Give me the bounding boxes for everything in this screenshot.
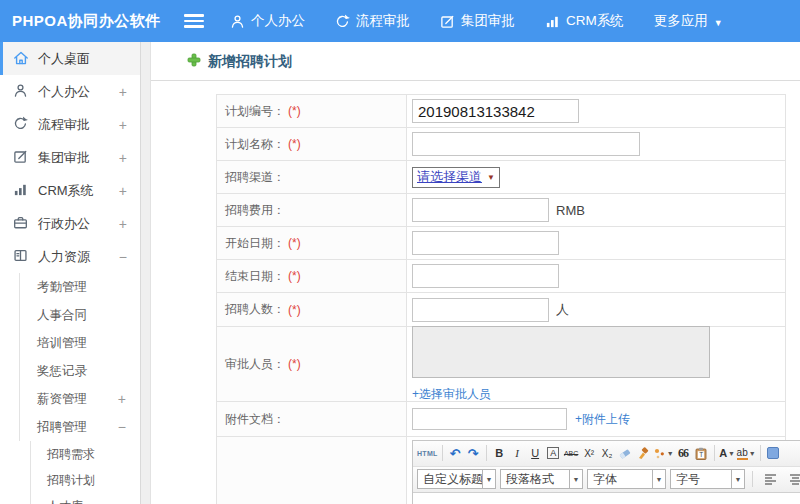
expand-toggle[interactable]: + <box>119 184 127 198</box>
sidebar-item-label: 行政办公 <box>38 215 90 233</box>
expand-toggle[interactable]: + <box>119 118 127 132</box>
sidebar-item-crm-system[interactable]: CRM系统+ <box>0 174 140 207</box>
editor-font-border-button[interactable]: A <box>545 444 562 463</box>
editor-blockquote-button[interactable]: 66 <box>675 444 692 463</box>
sidebar-item-label: 人才库 <box>47 498 83 504</box>
form-row-plan-name: 计划名称：(*) <box>217 128 785 161</box>
editor-paste-text-button[interactable]: T <box>693 444 710 463</box>
page-title-bar: 新增招聘计划 <box>151 42 800 81</box>
expand-toggle[interactable]: − <box>118 420 126 434</box>
recruit-channel-select[interactable]: 请选择渠道▼ <box>412 167 500 188</box>
sidebar-item-group-approval[interactable]: 集团审批+ <box>0 141 140 174</box>
nav-item-workflow-approval[interactable]: 流程审批 <box>335 12 410 30</box>
form-row-recruit-channel: 招聘渠道：请选择渠道▼ <box>217 161 785 194</box>
toolbar-separator <box>486 445 487 461</box>
editor-content-area[interactable] <box>413 493 800 504</box>
expand-toggle[interactable]: − <box>119 250 127 264</box>
attachment-input[interactable] <box>412 408 567 430</box>
sidebar-item-talent-pool[interactable]: 人才库 <box>30 493 140 504</box>
form-value-start-date <box>407 227 785 259</box>
sidebar-item-workflow-approval[interactable]: 流程审批+ <box>0 108 140 141</box>
select-approvers-link[interactable]: +选择审批人员 <box>412 386 491 403</box>
editor-align-left-button[interactable] <box>760 470 781 489</box>
editor-auto-typeset-button[interactable]: ▼ <box>653 444 674 463</box>
form-value-approvers: +选择审批人员 <box>407 327 785 401</box>
sidebar-item-label: 人力资源 <box>38 248 90 266</box>
form-value-recruit-channel: 请选择渠道▼ <box>407 161 785 193</box>
caret-down-icon: ▼ <box>653 469 666 489</box>
form-label-attachment: 附件文档： <box>217 402 407 436</box>
plan-number-input[interactable] <box>412 99 579 123</box>
toolbar-separator <box>760 445 761 461</box>
expand-toggle[interactable]: + <box>119 217 127 231</box>
nav-item-crm-system[interactable]: CRM系统 <box>545 12 624 30</box>
sidebar-item-training-mgmt[interactable]: 培训管理 <box>19 329 140 357</box>
sidebar-item-attendance-mgmt[interactable]: 考勤管理 <box>19 273 140 301</box>
form-label-text: 招聘渠道： <box>225 169 285 186</box>
form-label-plan-number: 计划编号：(*) <box>217 95 407 127</box>
sidebar-item-reward-punishment[interactable]: 奖惩记录 <box>19 357 140 385</box>
user-icon <box>230 14 245 29</box>
caret-down-icon: ▼ <box>487 173 495 182</box>
editor-dropdown-0[interactable]: 自定义标题▼ <box>417 469 496 489</box>
end-date-input[interactable] <box>412 264 559 288</box>
nav-item-label: 流程审批 <box>356 12 410 30</box>
expand-toggle[interactable]: + <box>119 85 127 99</box>
hamburger-menu-icon[interactable] <box>184 14 204 28</box>
unit-label: RMB <box>556 203 585 218</box>
sidebar-item-human-resources[interactable]: 人力资源− <box>0 240 140 273</box>
sidebar-item-recruit-demand[interactable]: 招聘需求 <box>30 441 140 467</box>
sidebar-item-hr-contract[interactable]: 人事合同 <box>19 301 140 329</box>
form-label-text: 结束日期： <box>225 268 285 285</box>
editor-redo-button[interactable]: ↷ <box>465 444 482 463</box>
start-date-input[interactable] <box>412 231 559 255</box>
editor-highlight-color-button[interactable]: ab▼ <box>737 444 756 463</box>
sidebar-item-recruit-mgmt[interactable]: 招聘管理− <box>19 413 140 441</box>
dropdown-value: 字号 <box>670 469 732 489</box>
editor-dropdown-1[interactable]: 段落格式▼ <box>500 469 583 489</box>
sidebar-item-label: 流程审批 <box>38 116 90 134</box>
editor-align-center-button[interactable] <box>785 470 800 489</box>
editor-dropdown-3[interactable]: 字号▼ <box>670 469 745 489</box>
editor-strikethrough-button[interactable]: ABC <box>563 444 580 463</box>
sidebar-item-recruit-plan[interactable]: 招聘计划 <box>30 467 140 493</box>
sidebar-item-admin-office[interactable]: 行政办公+ <box>0 207 140 240</box>
nav-item-personal-office[interactable]: 个人办公 <box>230 12 305 30</box>
editor-undo-button[interactable]: ↶ <box>447 444 464 463</box>
editor-superscript-button[interactable]: X² <box>581 444 598 463</box>
plan-name-input[interactable] <box>412 132 640 156</box>
sidebar-item-salary-mgmt[interactable]: 薪资管理+ <box>19 385 140 413</box>
editor-image-button[interactable] <box>765 444 782 463</box>
sidebar-item-personal-desktop[interactable]: 个人桌面 <box>0 42 140 75</box>
expand-toggle[interactable]: + <box>118 392 126 406</box>
edit-icon <box>440 14 455 29</box>
nav-item-more-apps[interactable]: 更多应用▼ <box>654 12 723 30</box>
recruit-plan-form: 计划编号：(*)计划名称：(*)招聘渠道：请选择渠道▼招聘费用：RMB开始日期：… <box>216 94 786 504</box>
editor-bold-button[interactable]: B <box>491 444 508 463</box>
form-row-content-editor: HTML↶↷BIUAABCX²X₂▼66TA▼ab▼自定义标题▼段落格式▼字体▼… <box>217 437 785 504</box>
toolbar-separator <box>752 471 753 487</box>
nav-item-group-approval[interactable]: 集团审批 <box>440 12 515 30</box>
approvers-textarea[interactable] <box>412 326 710 378</box>
editor-format-brush-button[interactable] <box>635 444 652 463</box>
sidebar: 个人桌面个人办公+流程审批+集团审批+CRM系统+行政办公+人力资源−考勤管理人… <box>0 42 141 504</box>
form-label-text: 审批人员： <box>225 356 285 373</box>
upload-attachment-link[interactable]: +附件上传 <box>575 411 630 428</box>
recruit-headcount-input[interactable] <box>412 298 549 322</box>
editor-html-source-button[interactable]: HTML <box>417 444 438 463</box>
toolbar-separator <box>714 445 715 461</box>
editor-italic-button[interactable]: I <box>509 444 526 463</box>
form-value-recruit-cost: RMB <box>407 194 785 226</box>
recruit-cost-input[interactable] <box>412 198 549 222</box>
process-icon <box>13 116 30 133</box>
sidebar-item-personal-office[interactable]: 个人办公+ <box>0 75 140 108</box>
editor-dropdown-2[interactable]: 字体▼ <box>587 469 666 489</box>
form-row-approvers: 审批人员：(*)+选择审批人员 <box>217 327 785 402</box>
editor-eraser-button[interactable] <box>617 444 634 463</box>
editor-underline-button[interactable]: U <box>527 444 544 463</box>
sidebar-item-label: 人事合同 <box>37 307 87 324</box>
editor-font-color-button[interactable]: A▼ <box>719 444 736 463</box>
editor-subscript-button[interactable]: X₂ <box>599 444 616 463</box>
expand-toggle[interactable]: + <box>119 151 127 165</box>
nav-item-label: 个人办公 <box>251 12 305 30</box>
